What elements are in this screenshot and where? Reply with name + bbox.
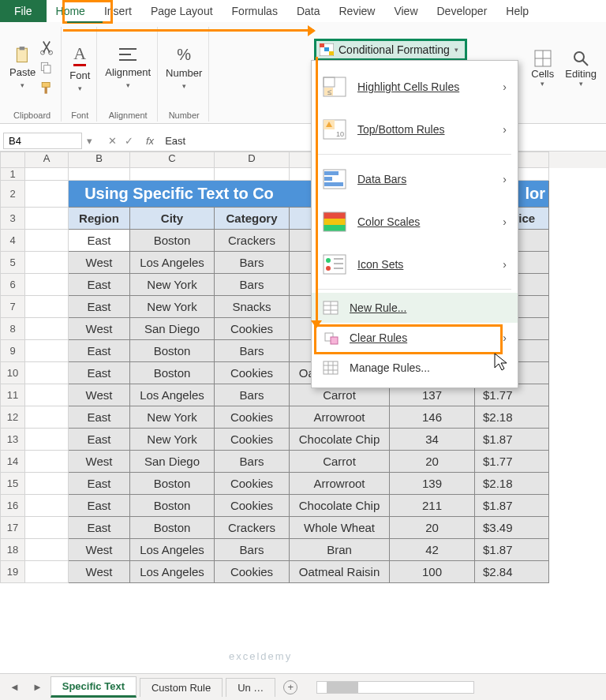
cell[interactable] — [25, 318, 69, 340]
cell[interactable] — [130, 168, 215, 181]
cell-price[interactable]: $1.87 — [475, 495, 549, 517]
cell-category[interactable]: Cookies — [215, 362, 290, 384]
fx-icon[interactable]: fx — [140, 135, 160, 147]
select-all-corner[interactable] — [0, 152, 25, 168]
cell-product[interactable]: Carrot — [290, 451, 390, 473]
cell[interactable] — [25, 208, 69, 230]
cell-region[interactable]: East — [69, 230, 130, 252]
cell-region[interactable]: West — [69, 539, 130, 561]
menu-icon-sets[interactable]: Icon Sets› — [312, 243, 518, 286]
row-12[interactable]: 12 — [0, 406, 25, 429]
cell[interactable] — [25, 429, 69, 451]
cell-category[interactable]: Cookies — [215, 473, 290, 495]
cell-product[interactable]: Chocolate Chip — [290, 495, 390, 517]
cell-qty[interactable]: 20 — [390, 451, 475, 473]
cells-label[interactable]: Cells — [531, 68, 554, 80]
percent-icon[interactable]: % — [177, 46, 191, 64]
cell[interactable] — [25, 384, 69, 406]
sheet-tab-active[interactable]: Specific Text — [50, 676, 137, 698]
cell-category[interactable]: Cookies — [215, 561, 290, 583]
cell-category[interactable]: Cookies — [215, 429, 290, 451]
cell-qty[interactable]: 42 — [390, 539, 475, 561]
cut-icon[interactable] — [39, 39, 54, 55]
cell-category[interactable]: Bars — [215, 252, 290, 274]
cell-product[interactable]: Bran — [290, 539, 390, 561]
cell-region[interactable]: East — [69, 473, 130, 495]
cell[interactable] — [25, 230, 69, 252]
number-button[interactable]: Number▾ — [166, 67, 202, 91]
cell[interactable] — [25, 340, 69, 362]
cell-city[interactable]: Boston — [130, 230, 215, 252]
cell[interactable] — [25, 561, 69, 583]
tab-page-layout[interactable]: Page Layout — [141, 0, 223, 22]
row-2[interactable]: 2 — [0, 181, 25, 208]
cell-region[interactable]: East — [69, 495, 130, 517]
tab-formulas[interactable]: Formulas — [223, 0, 287, 22]
cell-price[interactable]: $2.18 — [475, 406, 549, 429]
row-7[interactable]: 7 — [0, 296, 25, 318]
cell-category[interactable]: Crackers — [215, 517, 290, 539]
cell-city[interactable]: Los Angeles — [130, 539, 215, 561]
menu-color-scales[interactable]: Color Scales› — [312, 200, 518, 243]
cell[interactable] — [25, 181, 69, 208]
cell-city[interactable]: Los Angeles — [130, 561, 215, 583]
scrollbar-thumb[interactable] — [327, 682, 358, 693]
cell[interactable] — [69, 168, 130, 181]
cell[interactable] — [25, 495, 69, 517]
row-14[interactable]: 14 — [0, 451, 25, 473]
alignment-button[interactable]: Alignment▾ — [105, 66, 151, 90]
cell-qty[interactable]: 146 — [390, 406, 475, 429]
cell[interactable] — [25, 168, 69, 181]
cell[interactable] — [25, 517, 69, 539]
cell-price[interactable]: $1.87 — [475, 539, 549, 561]
cell-price[interactable]: $2.18 — [475, 473, 549, 495]
menu-new-rule[interactable]: New Rule... — [312, 293, 518, 323]
cell-product[interactable]: Arrowroot — [290, 406, 390, 429]
cell[interactable] — [25, 362, 69, 384]
namebox-dropdown-icon[interactable]: ▾ — [82, 135, 102, 147]
cell[interactable] — [25, 539, 69, 561]
col-C[interactable]: C — [130, 152, 215, 168]
cell-region[interactable]: East — [69, 274, 130, 296]
row-1[interactable]: 1 — [0, 168, 25, 181]
header-city[interactable]: City — [130, 208, 215, 230]
sheet-nav-next[interactable]: ► — [28, 681, 47, 693]
cell-city[interactable]: Los Angeles — [130, 384, 215, 406]
row-9[interactable]: 9 — [0, 340, 25, 362]
font-color-icon[interactable]: A — [73, 43, 86, 66]
cells-icon[interactable] — [533, 49, 552, 68]
menu-manage-rules[interactable]: Manage Rules... — [312, 353, 518, 383]
tab-view[interactable]: View — [384, 0, 427, 22]
cell-qty[interactable]: 100 — [390, 561, 475, 583]
cell-region[interactable]: East — [69, 296, 130, 318]
row-13[interactable]: 13 — [0, 429, 25, 451]
cell-category[interactable]: Cookies — [215, 495, 290, 517]
alignment-icon[interactable] — [117, 46, 139, 63]
tab-help[interactable]: Help — [496, 0, 538, 22]
cell-product[interactable]: Oatmeal Raisin — [290, 561, 390, 583]
header-category[interactable]: Category — [215, 208, 290, 230]
cell-price[interactable]: $2.84 — [475, 561, 549, 583]
row-8[interactable]: 8 — [0, 318, 25, 340]
cell[interactable] — [25, 451, 69, 473]
cell-category[interactable]: Snacks — [215, 296, 290, 318]
cell-category[interactable]: Crackers — [215, 230, 290, 252]
cell-category[interactable]: Bars — [215, 274, 290, 296]
header-region[interactable]: Region — [69, 208, 130, 230]
cell-region[interactable]: West — [69, 451, 130, 473]
copy-icon[interactable] — [39, 60, 54, 76]
cell-category[interactable]: Bars — [215, 384, 290, 406]
tab-insert[interactable]: Insert — [95, 0, 141, 22]
cell-price[interactable]: $3.49 — [475, 517, 549, 539]
add-sheet-button[interactable]: + — [283, 680, 297, 694]
cell-city[interactable]: Boston — [130, 362, 215, 384]
cell-city[interactable]: New York — [130, 274, 215, 296]
tab-developer[interactable]: Developer — [428, 0, 497, 22]
cell-price[interactable]: $1.87 — [475, 429, 549, 451]
menu-data-bars[interactable]: Data Bars› — [312, 158, 518, 200]
cell[interactable] — [25, 252, 69, 274]
col-B[interactable]: B — [69, 152, 130, 168]
cell-city[interactable]: Boston — [130, 495, 215, 517]
row-4[interactable]: 4 — [0, 230, 25, 252]
sheet-nav-prev[interactable]: ◄ — [5, 681, 24, 693]
